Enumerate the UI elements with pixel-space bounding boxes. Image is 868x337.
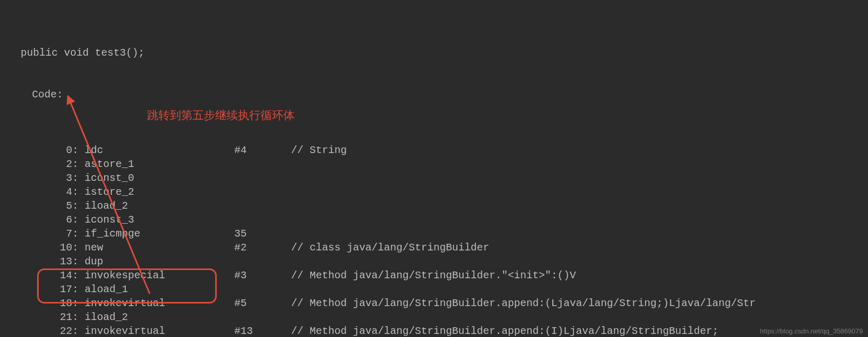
comment <box>291 171 868 185</box>
colon: : <box>72 213 85 227</box>
argument <box>234 157 291 171</box>
comment <box>291 199 868 213</box>
opcode: invokespecial <box>85 268 234 282</box>
argument <box>234 213 291 227</box>
opcode: if_icmpge <box>85 227 234 241</box>
bytecode-line: 21: iload_2 <box>0 310 868 324</box>
opcode: iconst_3 <box>85 213 234 227</box>
watermark: https://blog.csdn.net/qq_35869079 <box>760 324 863 337</box>
code-label: Code: <box>0 88 868 102</box>
bytecode-line: 10: new#2// class java/lang/StringBuilde… <box>0 241 868 255</box>
offset: 3 <box>0 171 72 185</box>
offset: 2 <box>0 157 72 171</box>
argument <box>234 171 291 185</box>
colon: : <box>72 255 85 268</box>
comment <box>291 227 868 241</box>
opcode: iload_2 <box>85 310 234 324</box>
bytecode-line: 5: iload_2 <box>0 199 868 213</box>
offset: 10 <box>0 241 72 255</box>
offset: 6 <box>0 213 72 227</box>
colon: : <box>72 171 85 185</box>
argument: #13 <box>234 324 291 337</box>
opcode: new <box>85 241 234 255</box>
comment: // Method java/lang/StringBuilder."<init… <box>291 268 868 282</box>
offset: 7 <box>0 227 72 241</box>
opcode: istore_2 <box>85 185 234 199</box>
opcode: iconst_0 <box>85 171 234 185</box>
colon: : <box>72 296 85 310</box>
colon: : <box>72 227 85 241</box>
argument <box>234 310 291 324</box>
offset: 22 <box>0 324 72 337</box>
bytecode-line: 3: iconst_0 <box>0 171 868 185</box>
opcode: invokevirtual <box>85 296 234 310</box>
colon: : <box>72 282 85 296</box>
argument <box>234 282 291 296</box>
comment <box>291 185 868 199</box>
bytecode-line: 18: invokevirtual#5// Method java/lang/S… <box>0 296 868 310</box>
colon: : <box>72 199 85 213</box>
argument: 35 <box>234 227 291 241</box>
colon: : <box>72 157 85 171</box>
opcode: astore_1 <box>85 157 234 171</box>
argument: #5 <box>234 296 291 310</box>
comment: // String <box>291 143 868 157</box>
bytecode-line: 2: astore_1 <box>0 157 868 171</box>
offset: 13 <box>0 255 72 268</box>
bytecode-line: 7: if_icmpge35 <box>0 227 868 241</box>
colon: : <box>72 185 85 199</box>
comment: // Method java/lang/StringBuilder.append… <box>291 296 868 310</box>
argument <box>234 199 291 213</box>
colon: : <box>72 143 85 157</box>
colon: : <box>72 324 85 337</box>
annotation-text: 跳转到第五步继续执行循环体 <box>147 108 295 122</box>
colon: : <box>72 241 85 255</box>
bytecode-line: 6: iconst_3 <box>0 213 868 227</box>
opcode: iload_2 <box>85 199 234 213</box>
opcode: ldc <box>85 143 234 157</box>
offset: 0 <box>0 143 72 157</box>
argument: #3 <box>234 268 291 282</box>
offset: 14 <box>0 268 72 282</box>
colon: : <box>72 268 85 282</box>
bytecode-line: 13: dup <box>0 255 868 268</box>
offset: 18 <box>0 296 72 310</box>
offset: 17 <box>0 282 72 296</box>
bytecode-line: 14: invokespecial#3// Method java/lang/S… <box>0 268 868 282</box>
bytecode-line: 4: istore_2 <box>0 185 868 199</box>
comment <box>291 255 868 268</box>
colon: : <box>72 310 85 324</box>
opcode: dup <box>85 255 234 268</box>
comment <box>291 157 868 171</box>
opcode: aload_1 <box>85 282 234 296</box>
comment <box>291 282 868 296</box>
argument: #4 <box>234 143 291 157</box>
bytecode-listing: public void test3(); Code: 0: ldc#4// St… <box>0 0 868 337</box>
offset: 5 <box>0 199 72 213</box>
method-signature: public void test3(); <box>0 46 868 60</box>
bytecode-line: 22: invokevirtual#13// Method java/lang/… <box>0 324 868 337</box>
comment: // class java/lang/StringBuilder <box>291 241 868 255</box>
comment <box>291 310 868 324</box>
comment <box>291 213 868 227</box>
bytecode-line: 0: ldc#4// String <box>0 143 868 157</box>
opcode: invokevirtual <box>85 324 234 337</box>
argument: #2 <box>234 241 291 255</box>
offset: 4 <box>0 185 72 199</box>
argument <box>234 185 291 199</box>
bytecode-line: 17: aload_1 <box>0 282 868 296</box>
argument <box>234 255 291 268</box>
offset: 21 <box>0 310 72 324</box>
